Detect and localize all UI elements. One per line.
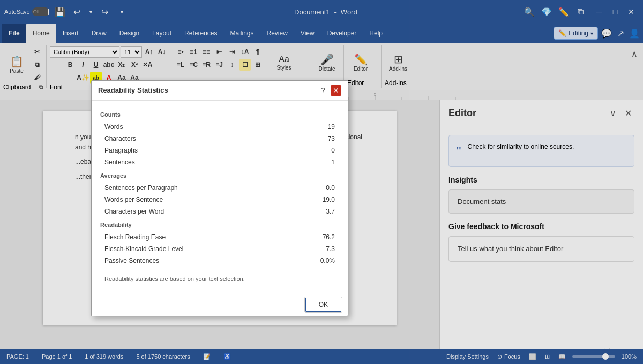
dialog-row-flesch-ease: Flesch Reading Ease 76.2 (100, 231, 339, 243)
paragraphs-label: Paragraphs (104, 147, 138, 154)
dialog-overlay: Readability Statistics ? ✕ Counts Words … (0, 0, 643, 364)
passive-label: Passive Sentences (104, 257, 159, 264)
averages-section-label: Averages (100, 172, 339, 179)
flesch-ease-label: Flesch Reading Ease (104, 233, 166, 241)
sent-per-para-value: 0.0 (308, 184, 335, 192)
words-label: Words (104, 123, 123, 131)
dialog-help-btn[interactable]: ? (318, 85, 328, 96)
paragraphs-value: 0 (308, 147, 335, 154)
dialog-row-paragraphs: Paragraphs 0 (100, 145, 339, 156)
dialog-row-words-per-sent: Words per Sentence 19.0 (100, 194, 339, 206)
characters-label: Characters (104, 135, 136, 142)
passive-value: 0.0% (308, 257, 335, 264)
words-per-sent-label: Words per Sentence (104, 196, 163, 203)
chars-per-word-label: Characters per Word (104, 208, 164, 215)
dialog-close-btn[interactable]: ✕ (331, 85, 341, 96)
dialog-controls: ? ✕ (318, 85, 341, 96)
sentences-value: 1 (308, 158, 335, 166)
counts-section-label: Counts (100, 111, 339, 118)
flesch-ease-value: 76.2 (308, 233, 335, 241)
dialog-row-flesch-grade: Flesch-Kincaid Grade Level 7.3 (100, 243, 339, 255)
dialog-row-sentences: Sentences 1 (100, 156, 339, 168)
dialog-row-characters: Characters 73 (100, 133, 339, 145)
flesch-grade-value: 7.3 (308, 245, 335, 253)
sentences-label: Sentences (104, 158, 135, 166)
dialog-row-words: Words 19 (100, 121, 339, 133)
dialog-title: Readability Statistics (98, 86, 168, 94)
dialog-row-passive: Passive Sentences 0.0% (100, 255, 339, 267)
words-per-sent-value: 19.0 (308, 196, 335, 203)
dialog-content: Counts Words 19 Characters 73 Paragraphs… (92, 101, 348, 293)
flesch-grade-label: Flesch-Kincaid Grade Level (104, 245, 183, 253)
characters-value: 73 (308, 135, 335, 142)
sent-per-para-label: Sentences per Paragraph (104, 184, 178, 192)
readability-dialog: Readability Statistics ? ✕ Counts Words … (91, 80, 348, 316)
chars-per-word-value: 3.7 (308, 208, 335, 215)
dialog-titlebar: Readability Statistics ? ✕ (92, 81, 348, 101)
ok-button[interactable]: OK (305, 298, 341, 312)
dialog-row-sent-per-para: Sentences per Paragraph 0.0 (100, 182, 339, 194)
readability-section-label: Readability (100, 222, 339, 228)
words-value: 19 (308, 123, 335, 131)
dialog-row-chars-per-word: Characters per Word 3.7 (100, 206, 339, 217)
dialog-footer: OK (92, 293, 348, 316)
dialog-note: Readability statistics are based on your… (100, 271, 339, 286)
